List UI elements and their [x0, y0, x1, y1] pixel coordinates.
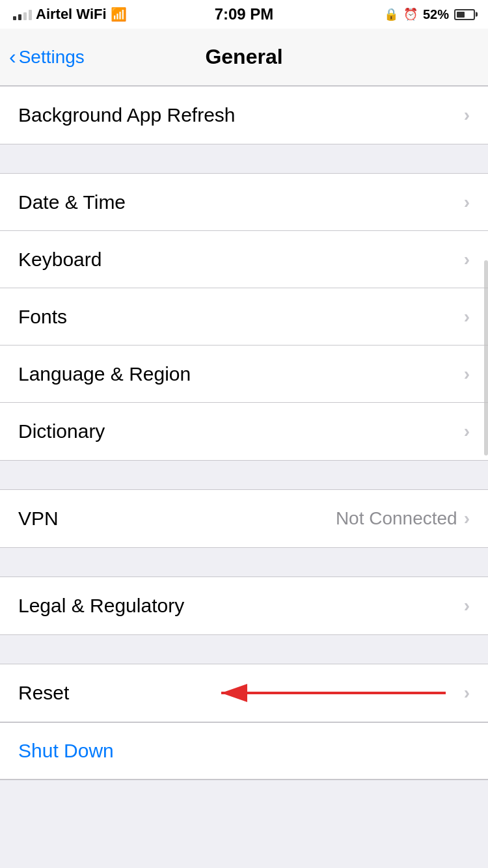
- reset-item[interactable]: Reset ›: [0, 664, 488, 722]
- lock-icon: 🔒: [384, 7, 398, 21]
- carrier-text: Airtel WiFi: [36, 6, 107, 23]
- wifi-icon: 📶: [111, 7, 127, 22]
- chevron-right-icon: ›: [464, 508, 470, 529]
- back-button[interactable]: ‹ Settings: [9, 47, 85, 68]
- page-title: General: [205, 45, 282, 69]
- vpn-item[interactable]: VPN Not Connected ›: [0, 490, 488, 547]
- chevron-right-icon: ›: [464, 249, 470, 270]
- status-time: 7:09 PM: [215, 5, 274, 23]
- nav-bar: ‹ Settings General: [0, 29, 488, 86]
- dictionary-item[interactable]: Dictionary ›: [0, 403, 488, 460]
- back-chevron-icon: ‹: [9, 46, 16, 67]
- keyboard-item[interactable]: Keyboard ›: [0, 231, 488, 288]
- vpn-label: VPN: [18, 508, 59, 530]
- section-reset: Reset ›: [0, 664, 488, 722]
- date-time-label: Date & Time: [18, 191, 126, 213]
- background-app-refresh-item[interactable]: Background App Refresh ›: [0, 87, 488, 144]
- shutdown-item[interactable]: Shut Down: [0, 722, 488, 780]
- signal-icon: [13, 8, 32, 20]
- fonts-label: Fonts: [18, 306, 67, 328]
- date-time-item[interactable]: Date & Time ›: [0, 174, 488, 231]
- back-label: Settings: [19, 47, 85, 68]
- chevron-right-icon: ›: [464, 364, 470, 385]
- chevron-right-icon: ›: [464, 192, 470, 213]
- chevron-right-icon: ›: [464, 306, 470, 327]
- chevron-right-icon: ›: [464, 421, 470, 442]
- vpn-value: Not Connected: [336, 508, 457, 529]
- chevron-right-icon: ›: [464, 683, 470, 703]
- section-date-keyboard: Date & Time › Keyboard › Fonts › Languag…: [0, 173, 488, 461]
- status-bar: Airtel WiFi 📶 7:09 PM 🔒 ⏰ 52%: [0, 0, 488, 29]
- background-app-refresh-label: Background App Refresh: [18, 104, 236, 126]
- section-gap-2: [0, 461, 488, 489]
- battery-icon: [454, 9, 475, 20]
- battery-percentage: 52%: [423, 7, 449, 22]
- keyboard-label: Keyboard: [18, 249, 102, 271]
- section-background-app-refresh: Background App Refresh ›: [0, 86, 488, 144]
- alarm-icon: ⏰: [403, 7, 418, 21]
- chevron-right-icon: ›: [464, 595, 470, 616]
- language-region-item[interactable]: Language & Region ›: [0, 346, 488, 403]
- red-arrow-annotation: [202, 677, 449, 709]
- chevron-right-icon: ›: [464, 105, 470, 126]
- section-shutdown: Shut Down: [0, 722, 488, 780]
- fonts-item[interactable]: Fonts ›: [0, 288, 488, 346]
- dictionary-label: Dictionary: [18, 420, 105, 442]
- section-vpn: VPN Not Connected ›: [0, 489, 488, 548]
- scroll-indicator[interactable]: [484, 260, 488, 455]
- legal-regulatory-item[interactable]: Legal & Regulatory ›: [0, 577, 488, 634]
- shutdown-label: Shut Down: [18, 740, 114, 762]
- legal-regulatory-label: Legal & Regulatory: [18, 595, 184, 617]
- battery-fill: [457, 12, 465, 18]
- section-legal: Legal & Regulatory ›: [0, 576, 488, 635]
- status-left: Airtel WiFi 📶: [13, 6, 127, 23]
- section-gap-3: [0, 548, 488, 576]
- language-region-label: Language & Region: [18, 363, 191, 385]
- reset-label: Reset: [18, 682, 69, 704]
- section-gap-1: [0, 144, 488, 173]
- status-right: 🔒 ⏰ 52%: [384, 7, 475, 22]
- section-gap-4: [0, 635, 488, 664]
